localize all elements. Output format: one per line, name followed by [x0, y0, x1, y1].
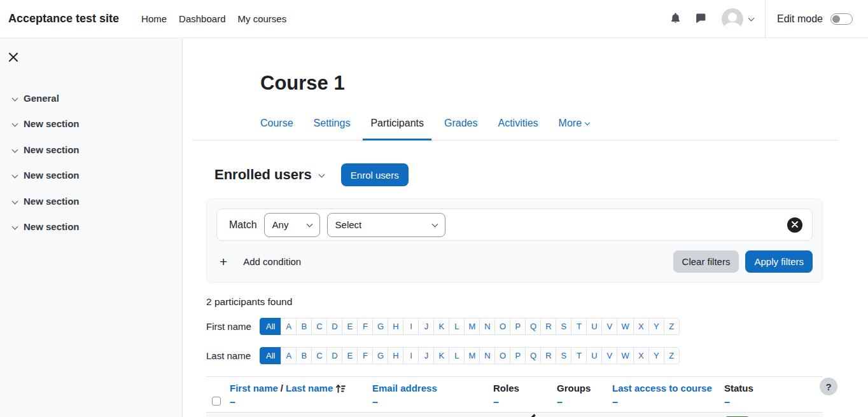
- letter-filter-l[interactable]: L: [449, 318, 465, 335]
- letter-filter-j[interactable]: J: [418, 347, 434, 364]
- apply-filters-button[interactable]: Apply filters: [745, 250, 813, 273]
- enrolment-methods-chevron-icon[interactable]: [318, 171, 325, 177]
- letter-filter-b[interactable]: B: [296, 318, 312, 335]
- site-brand[interactable]: Acceptance test site: [8, 12, 119, 25]
- letter-filter-m[interactable]: M: [464, 318, 480, 335]
- letter-filter-z[interactable]: Z: [664, 347, 680, 364]
- letter-filter-k[interactable]: K: [433, 347, 449, 364]
- letter-filter-t[interactable]: T: [571, 347, 587, 364]
- hide-column-link[interactable]: –: [372, 397, 493, 408]
- notifications-button[interactable]: [667, 10, 684, 29]
- letter-filter-a[interactable]: A: [281, 318, 297, 335]
- letter-filter-w[interactable]: W: [617, 318, 633, 335]
- filter-type-select[interactable]: Select: [327, 213, 445, 237]
- participants-table: First name / Last name –: [206, 376, 823, 417]
- letter-filter-all[interactable]: All: [260, 318, 281, 335]
- enrol-users-button[interactable]: Enrol users: [341, 163, 409, 186]
- edit-mode-toggle[interactable]: [830, 13, 853, 25]
- letter-filter-s[interactable]: S: [556, 318, 571, 335]
- letter-filter-x[interactable]: X: [633, 347, 649, 364]
- hide-column-link[interactable]: –: [493, 397, 557, 408]
- help-button[interactable]: ?: [820, 378, 837, 395]
- letter-filter-all[interactable]: All: [260, 347, 281, 364]
- hide-column-link[interactable]: –: [612, 397, 724, 408]
- letter-filter-f[interactable]: F: [357, 318, 373, 335]
- participant-row[interactable]: i: [206, 413, 823, 417]
- letter-filter-v[interactable]: V: [601, 347, 617, 364]
- letter-filter-z[interactable]: Z: [664, 318, 680, 335]
- letter-filter-q[interactable]: Q: [525, 347, 541, 364]
- letter-filter-u[interactable]: U: [586, 318, 602, 335]
- remove-filter-row-button[interactable]: [787, 217, 802, 233]
- letter-filter-e[interactable]: E: [342, 347, 358, 364]
- letter-filter-h[interactable]: H: [388, 318, 403, 335]
- nav-link-home[interactable]: Home: [141, 11, 167, 27]
- sidebar-item-new-section-3[interactable]: New section: [0, 163, 182, 189]
- letter-filter-t[interactable]: T: [571, 318, 587, 335]
- tab-settings[interactable]: Settings: [314, 113, 351, 140]
- hide-column-link[interactable]: –: [557, 397, 612, 408]
- match-type-select[interactable]: Any: [264, 213, 320, 237]
- letter-filter-i[interactable]: I: [403, 318, 419, 335]
- letter-filter-p[interactable]: P: [510, 318, 526, 335]
- tab-activities[interactable]: Activities: [498, 113, 538, 140]
- letter-filter-j[interactable]: J: [418, 318, 434, 335]
- letter-filter-k[interactable]: K: [433, 318, 449, 335]
- select-all-checkbox[interactable]: [212, 397, 221, 406]
- sidebar-item-new-section-5[interactable]: New section: [0, 214, 182, 240]
- close-drawer-button[interactable]: [9, 53, 18, 64]
- letter-filter-d[interactable]: D: [326, 347, 342, 364]
- letter-filter-x[interactable]: X: [633, 318, 649, 335]
- letter-filter-y[interactable]: Y: [648, 347, 664, 364]
- letter-filter-w[interactable]: W: [617, 347, 633, 364]
- sidebar-item-general[interactable]: General: [0, 85, 182, 111]
- hide-name-column-link[interactable]: –: [230, 397, 372, 408]
- letter-filter-p[interactable]: P: [510, 347, 526, 364]
- letter-filter-o[interactable]: O: [494, 318, 510, 335]
- sidebar-item-new-section-4[interactable]: New section: [0, 188, 182, 214]
- sidebar-item-new-section-2[interactable]: New section: [0, 137, 182, 163]
- letter-filter-m[interactable]: M: [464, 347, 480, 364]
- sort-email-address-link[interactable]: Email address: [372, 381, 437, 395]
- tab-participants[interactable]: Participants: [370, 113, 424, 140]
- letter-filter-h[interactable]: H: [388, 347, 403, 364]
- nav-link-my-courses[interactable]: My courses: [237, 11, 286, 27]
- letter-filter-q[interactable]: Q: [525, 318, 541, 335]
- tab-course[interactable]: Course: [260, 113, 293, 140]
- sort-ascending-icon[interactable]: [335, 384, 346, 393]
- letter-filter-v[interactable]: V: [601, 318, 617, 335]
- letter-filter-n[interactable]: N: [479, 318, 495, 335]
- letter-filter-o[interactable]: O: [494, 347, 510, 364]
- letter-filter-i[interactable]: I: [403, 347, 419, 364]
- letter-filter-r[interactable]: R: [540, 318, 556, 335]
- letter-filter-c[interactable]: C: [311, 347, 327, 364]
- letter-filter-f[interactable]: F: [357, 347, 373, 364]
- letter-filter-g[interactable]: G: [372, 318, 388, 335]
- letter-filter-l[interactable]: L: [449, 347, 465, 364]
- letter-filter-g[interactable]: G: [372, 347, 388, 364]
- sidebar-item-new-section-1[interactable]: New section: [0, 111, 182, 137]
- user-menu[interactable]: [722, 8, 753, 30]
- letter-filter-e[interactable]: E: [342, 318, 358, 335]
- tab-grades[interactable]: Grades: [444, 113, 477, 140]
- letter-filter-c[interactable]: C: [311, 318, 327, 335]
- nav-link-dashboard[interactable]: Dashboard: [179, 11, 225, 27]
- letter-filter-y[interactable]: Y: [648, 318, 664, 335]
- clear-filters-button[interactable]: Clear filters: [673, 250, 739, 273]
- chevron-down-icon: [12, 95, 18, 101]
- letter-filter-u[interactable]: U: [586, 347, 602, 364]
- letter-filter-d[interactable]: D: [326, 318, 342, 335]
- add-condition-link[interactable]: + Add condition: [220, 255, 301, 268]
- sort-last-access-to-course-link[interactable]: Last access to course: [612, 381, 712, 395]
- letter-filter-r[interactable]: R: [540, 347, 556, 364]
- hide-column-link[interactable]: –: [724, 397, 823, 408]
- sort-last-name-link[interactable]: Last name: [286, 381, 333, 395]
- letter-filter-n[interactable]: N: [479, 347, 495, 364]
- letter-filter-b[interactable]: B: [296, 347, 312, 364]
- letter-filter-a[interactable]: A: [281, 347, 297, 364]
- tab-more[interactable]: More: [559, 113, 589, 140]
- sort-first-name-link[interactable]: First name: [230, 381, 278, 395]
- edit-roles-pencil-icon[interactable]: [528, 413, 536, 417]
- letter-filter-s[interactable]: S: [556, 347, 571, 364]
- messages-button[interactable]: [692, 10, 709, 29]
